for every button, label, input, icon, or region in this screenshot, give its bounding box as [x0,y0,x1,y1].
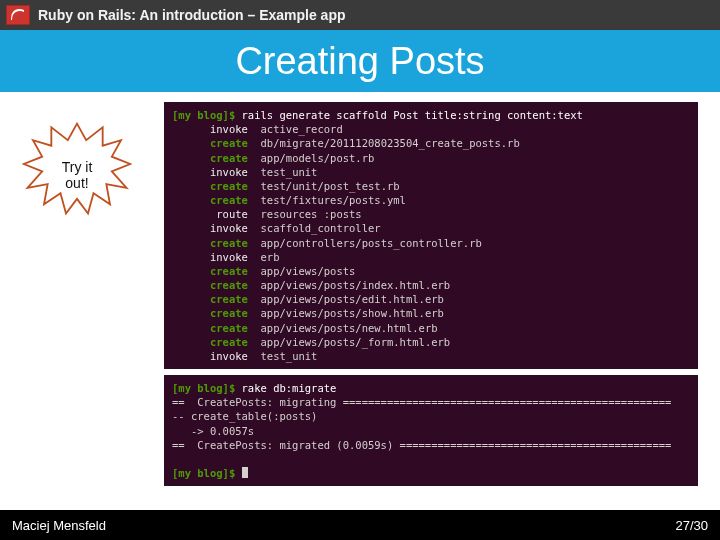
content-area: Try it out! [my blog]$ rails generate sc… [0,92,720,510]
terminal-migrate-output: [my blog]$ rake db:migrate == CreatePost… [164,375,698,486]
terminal-group: [my blog]$ rails generate scaffold Post … [164,102,706,486]
title-band: Creating Posts [0,30,720,92]
footer-bar: Maciej Mensfeld 27/30 [0,510,720,540]
callout-line-1: Try it [62,159,93,175]
top-bar-title: Ruby on Rails: An introduction – Example… [38,7,346,23]
rails-logo-icon [6,5,30,25]
terminal-scaffold-output: [my blog]$ rails generate scaffold Post … [164,102,698,369]
try-it-callout: Try it out! [22,120,132,230]
callout-text: Try it out! [62,159,93,191]
top-bar: Ruby on Rails: An introduction – Example… [0,0,720,30]
callout-line-2: out! [65,175,88,191]
slide-heading: Creating Posts [235,40,484,83]
slide: Ruby on Rails: An introduction – Example… [0,0,720,540]
footer-page-number: 27/30 [675,518,708,533]
footer-author: Maciej Mensfeld [12,518,106,533]
